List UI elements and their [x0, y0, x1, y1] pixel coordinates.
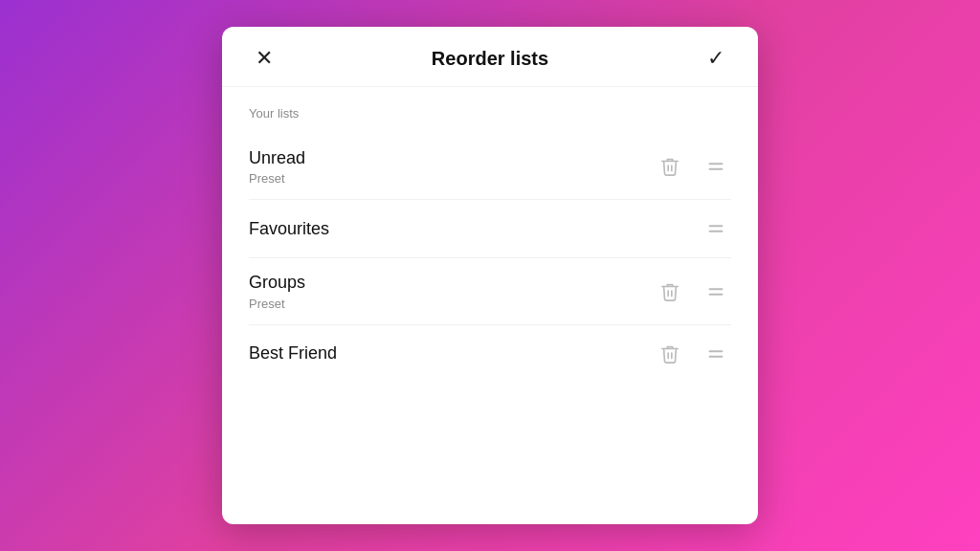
list-item-name-unread: Unread [249, 147, 655, 169]
drag-icon-favourites[interactable] [701, 213, 731, 244]
drag-icon-groups[interactable] [701, 276, 731, 307]
list-item-groups: GroupsPreset [249, 258, 731, 324]
delete-icon-unread[interactable] [655, 151, 685, 182]
drag-icon-unread[interactable] [701, 151, 731, 182]
list-item-text-best-friend: Best Friend [249, 342, 655, 364]
list-item-sub-groups: Preset [249, 297, 655, 311]
modal-title: Reorder lists [279, 48, 701, 70]
list-item-actions-unread [655, 151, 731, 182]
section-label: Your lists [249, 106, 731, 121]
list-item-actions-groups [655, 276, 731, 307]
list-item-unread: UnreadPreset [249, 134, 731, 200]
lists-container: UnreadPreset Favourites GroupsPreset Bes… [249, 134, 731, 383]
list-item-name-groups: Groups [249, 272, 655, 294]
list-item-actions-best-friend [655, 339, 731, 369]
confirm-icon[interactable]: ✓ [701, 46, 731, 71]
list-item-name-favourites: Favourites [249, 218, 701, 240]
list-item-name-best-friend: Best Friend [249, 342, 655, 364]
list-item-actions-favourites [701, 213, 731, 244]
modal-header: ✕ Reorder lists ✓ [222, 27, 758, 87]
modal-body: Your lists UnreadPreset Favourites Group… [222, 87, 758, 524]
list-item-text-unread: UnreadPreset [249, 147, 655, 186]
close-icon[interactable]: ✕ [249, 46, 279, 71]
list-item-text-favourites: Favourites [249, 218, 701, 240]
delete-icon-groups[interactable] [655, 276, 685, 307]
list-item-sub-unread: Preset [249, 171, 655, 186]
list-item-best-friend: Best Friend [249, 325, 731, 383]
delete-icon-best-friend[interactable] [655, 339, 685, 369]
list-item-favourites: Favourites [249, 200, 731, 258]
reorder-lists-modal: ✕ Reorder lists ✓ Your lists UnreadPrese… [222, 27, 758, 524]
list-item-text-groups: GroupsPreset [249, 272, 655, 310]
drag-icon-best-friend[interactable] [701, 339, 731, 369]
